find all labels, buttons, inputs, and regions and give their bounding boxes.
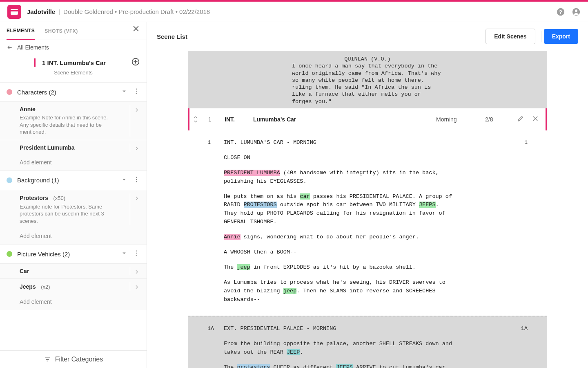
category-header-vehicles[interactable]: Picture Vehicles (2)	[0, 244, 147, 264]
slugline: INT. LUMUMBA'S CAR - MORNING	[224, 139, 515, 147]
svg-point-18	[136, 255, 137, 256]
add-element-link[interactable]: Add element	[0, 294, 147, 310]
hl-character: Annie	[224, 234, 241, 240]
edit-scene-icon[interactable]	[517, 115, 524, 124]
action-line: The protestors CHEER as different JEEPS …	[224, 364, 452, 368]
element-name: Protestors	[20, 195, 48, 201]
svg-point-11	[136, 91, 137, 92]
svg-point-16	[136, 251, 137, 251]
back-label: All Elements	[17, 44, 49, 51]
app-header: Jadotville | Double Goldenrod • Pre-prod…	[0, 2, 588, 22]
element-name: Car	[20, 268, 140, 274]
more-icon[interactable]	[133, 176, 140, 185]
element-note: Example Note for Annie in this scene. An…	[20, 114, 109, 136]
vo-cue: QUINLAN (V.O.)	[188, 56, 547, 63]
chevron-right-icon	[134, 195, 140, 203]
chevron-right-icon	[134, 145, 140, 153]
scene-number-left: 1A	[207, 325, 224, 333]
add-element-link[interactable]: Add element	[0, 229, 147, 244]
export-button[interactable]: Export	[544, 29, 578, 44]
scene-number-right: 1A	[515, 325, 528, 333]
title-separator: |	[58, 8, 60, 15]
element-item-jeeps[interactable]: Jeeps (x2)	[0, 278, 147, 294]
toolbar-divider	[541, 31, 541, 42]
filter-label: Filter Categories	[55, 356, 103, 363]
chevron-right-icon	[134, 284, 140, 292]
svg-text:?: ?	[559, 9, 562, 15]
category-color-dot	[7, 89, 12, 95]
chevron-down-icon[interactable]	[120, 176, 128, 185]
svg-point-17	[136, 253, 137, 254]
hl-character: PRESIDENT LUMUMBA	[224, 170, 280, 176]
chevron-right-icon	[134, 269, 140, 277]
action-line: He puts them on as his car passes his PR…	[224, 193, 452, 227]
filter-categories-button[interactable]: Filter Categories	[0, 350, 147, 368]
scene-subtitle: Scene Elements	[7, 70, 140, 76]
element-note: Example note for Protestors. Same protes…	[20, 203, 109, 225]
element-item-lumumba[interactable]: President Lumumba	[0, 140, 147, 155]
category-label: Characters (2)	[17, 89, 116, 96]
script-viewport[interactable]: QUINLAN (V.O.) I once heard a man say th…	[147, 51, 588, 368]
element-qty: (x2)	[41, 284, 50, 290]
action-line: From the building opposite the palace, a…	[224, 340, 452, 357]
chevron-down-icon[interactable]	[120, 88, 128, 96]
action-line: PRESIDENT LUMUMBA (40s handsome with int…	[224, 169, 452, 186]
account-icon[interactable]	[572, 7, 581, 16]
element-name: President Lumumba	[20, 144, 140, 151]
action-line: CLOSE ON	[224, 154, 452, 162]
category-label: Picture Vehicles (2)	[17, 251, 116, 258]
svg-point-15	[136, 181, 137, 182]
svg-point-10	[136, 89, 137, 90]
scene-number-left: 1	[207, 139, 224, 147]
project-subtitle: Double Goldenrod • Pre-production Draft …	[63, 8, 210, 15]
element-name: Jeeps	[20, 283, 36, 290]
category-header-characters[interactable]: Characters (2)	[0, 82, 147, 102]
tab-shots-vfx[interactable]: SHOTS (VFX)	[45, 22, 78, 40]
tab-elements[interactable]: ELEMENTS	[7, 22, 35, 40]
hl-vehicle: JEEPS	[419, 202, 436, 208]
action-line: As Lumumba tries to process what he's se…	[224, 278, 452, 304]
strip-page-fraction: 2/8	[485, 116, 510, 123]
element-item-annie[interactable]: Annie Example Note for Annie in this sce…	[0, 102, 147, 140]
strip-scene-name: Lumumba's Car	[253, 116, 436, 123]
hl-vehicle: car	[300, 193, 310, 200]
svg-point-12	[136, 93, 137, 94]
hl-vehicle: JEEP	[287, 349, 300, 355]
category-color-dot	[7, 251, 12, 257]
strip-time-of-day: Morning	[436, 116, 485, 123]
category-color-dot	[7, 177, 12, 183]
close-scene-icon[interactable]	[532, 115, 539, 124]
hl-vehicle: jeep	[283, 288, 296, 294]
edit-scenes-button[interactable]: Edit Scenes	[486, 29, 535, 44]
category-header-background[interactable]: Background (1)	[0, 171, 147, 190]
more-icon[interactable]	[133, 88, 140, 96]
scene-list-title: Scene List	[157, 33, 187, 40]
help-icon[interactable]: ?	[556, 7, 565, 16]
action-line: Annie sighs, wondering what to do about …	[224, 233, 452, 242]
hl-background: PROTESTORS	[244, 202, 277, 208]
add-scene-element-icon[interactable]	[131, 57, 140, 68]
element-item-car[interactable]: Car	[0, 264, 147, 278]
side-panel: ELEMENTS SHOTS (VFX) All Elements 1 INT.…	[0, 22, 147, 368]
chevron-right-icon	[134, 107, 140, 115]
back-all-elements[interactable]: All Elements	[0, 40, 147, 55]
close-panel-icon[interactable]	[132, 25, 140, 34]
action-line: The jeep in front EXPLODES as it's hit b…	[224, 263, 452, 272]
add-element-link[interactable]: Add element	[0, 155, 147, 171]
scene-title: 1 INT. Lumumba's Car	[42, 59, 106, 66]
scene-1a-body: 1A EXT. PRESIDENTIAL PALACE - MORNING 1A…	[188, 316, 547, 368]
more-icon[interactable]	[133, 249, 140, 258]
svg-point-3	[575, 9, 577, 12]
strip-scene-number: 1	[208, 116, 225, 123]
app-logo[interactable]	[7, 5, 21, 19]
scene-1-body: 1 INT. LUMUMBA'S CAR - MORNING 1 CLOSE O…	[188, 130, 547, 316]
main-header: Scene List Edit Scenes Export	[147, 22, 588, 51]
scene-strip: 1 INT. Lumumba's Car Morning 2/8	[188, 108, 547, 130]
scene-down-icon[interactable]	[193, 119, 198, 123]
chevron-down-icon[interactable]	[120, 249, 128, 258]
project-title-block: Jadotville | Double Goldenrod • Pre-prod…	[27, 8, 210, 15]
hl-background: protestors	[237, 364, 270, 368]
vo-text: I once heard a man say that everybody in…	[292, 63, 443, 105]
scene-up-icon[interactable]	[193, 115, 198, 119]
element-item-protestors[interactable]: Protestors (x50) Example note for Protes…	[0, 190, 147, 229]
